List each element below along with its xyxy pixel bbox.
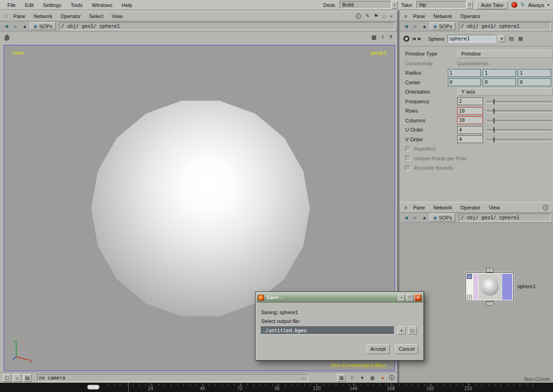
primitive-type-menu[interactable]: Primitive xyxy=(457,50,553,58)
forward-icon[interactable]: ▶ xyxy=(411,24,419,29)
timeline-frame-indicator[interactable] xyxy=(87,385,100,390)
chevron-down-icon[interactable]: ▽ xyxy=(466,1,473,9)
menu-pane[interactable]: Pane xyxy=(409,205,429,210)
exclaim-icon[interactable]: ! xyxy=(382,34,384,40)
timeline-playhead[interactable] xyxy=(128,383,129,392)
menu-operator[interactable]: Operator xyxy=(456,205,484,210)
node-render-flag[interactable] xyxy=(502,274,512,300)
accept-button[interactable]: Accept xyxy=(366,344,390,354)
u-order-slider[interactable] xyxy=(487,126,552,133)
menu-help[interactable]: Help xyxy=(117,2,137,8)
record-indicator-icon[interactable] xyxy=(511,2,517,8)
chevron-down-icon[interactable]: ▼ xyxy=(498,35,505,42)
operator-name-field[interactable]: sphere1 xyxy=(447,35,496,43)
back-icon[interactable]: ◀ xyxy=(2,24,10,29)
orientation-menu[interactable]: Y axis xyxy=(457,88,553,96)
node-template-flag[interactable] xyxy=(473,274,478,300)
back-icon[interactable]: ◀ xyxy=(402,215,410,220)
up-level-icon[interactable]: ▲ xyxy=(421,24,428,29)
menu-windows[interactable]: Windows xyxy=(87,2,117,8)
menu-pane[interactable]: Pane xyxy=(409,13,429,19)
menu-network[interactable]: Network xyxy=(429,13,456,19)
node-display-flag-icon[interactable]: ↓ xyxy=(467,274,472,279)
info-icon[interactable]: i xyxy=(389,375,395,380)
center-x-field[interactable]: 0 xyxy=(448,78,481,86)
path-field[interactable]: / obj/ geo1/ sphere1 xyxy=(459,214,551,221)
v-order-field[interactable]: 4 xyxy=(457,135,483,143)
pane-type-icon[interactable]: ○ xyxy=(3,13,9,19)
chevron-down-icon[interactable]: ▽ xyxy=(391,1,398,9)
node-input-connector[interactable]: ▽ xyxy=(486,268,493,272)
slider-thumb[interactable] xyxy=(493,108,495,114)
path-field[interactable]: / obj/ geo1/ sphere1 xyxy=(59,22,395,30)
save-dialog-titlebar[interactable]: Save... – □ × xyxy=(257,293,423,303)
pan-hand-icon[interactable] xyxy=(3,33,11,41)
path-field[interactable]: / obj/ geo1/ sphere1 xyxy=(459,22,551,30)
close-icon[interactable]: × xyxy=(415,294,421,301)
menu-settings[interactable]: Settings xyxy=(38,2,66,8)
node-output-connector[interactable]: ▽ xyxy=(486,301,493,306)
restore-icon[interactable]: □ xyxy=(406,294,413,301)
up-level-icon[interactable]: ▲ xyxy=(421,215,428,220)
menu-view[interactable]: View xyxy=(107,13,127,19)
funnel-icon[interactable]: ▼ xyxy=(358,375,366,380)
pane-menu-icon[interactable]: ≡ xyxy=(402,205,409,210)
snapshot-icon[interactable]: ▤ xyxy=(23,374,31,382)
context-selector[interactable]: ▣ SOPs xyxy=(430,22,455,30)
up-level-icon[interactable]: ▲ xyxy=(21,24,29,29)
forward-icon[interactable]: ▶ xyxy=(411,215,419,220)
menu-operator[interactable]: Operator xyxy=(57,13,85,19)
info-icon[interactable]: i xyxy=(543,205,548,210)
frequency-field[interactable]: 2 xyxy=(457,97,483,105)
radius-x-field[interactable]: 1 xyxy=(448,69,481,77)
slider-thumb[interactable] xyxy=(493,137,495,142)
center-y-field[interactable]: 0 xyxy=(483,78,516,86)
v-order-slider[interactable] xyxy=(487,136,552,143)
radius-y-field[interactable]: 1 xyxy=(483,69,516,77)
flipbook-icon[interactable]: ▨ xyxy=(337,374,346,382)
minimize-icon[interactable]: – xyxy=(398,294,405,301)
columns-field[interactable]: 10 xyxy=(457,116,483,124)
add-file-icon[interactable]: + xyxy=(397,326,406,335)
center-z-field[interactable]: 0 xyxy=(518,78,551,86)
menu-tools[interactable]: Tools xyxy=(66,2,87,8)
menu-pane[interactable]: Pane xyxy=(9,13,30,19)
pane-menu-icon[interactable]: ≡ xyxy=(402,13,409,19)
camera-select[interactable]: no camera – xyxy=(37,374,308,382)
home-view-icon[interactable]: ⌂ xyxy=(13,374,21,382)
skip-start-icon[interactable]: |◀ xyxy=(412,37,415,41)
sphere-node-tile[interactable]: ▽ ▽ ↓ ≡ xyxy=(465,272,514,301)
menu-select[interactable]: Select xyxy=(85,13,107,19)
auto-take-button[interactable]: Auto Take xyxy=(476,1,508,9)
menu-network[interactable]: Network xyxy=(429,205,456,210)
menu-view[interactable]: View xyxy=(484,205,504,210)
droplet-icon[interactable]: ● xyxy=(379,375,386,380)
forward-icon[interactable]: ▶ xyxy=(12,24,19,29)
info-icon[interactable]: i xyxy=(356,13,361,19)
menu-edit[interactable]: Edit xyxy=(20,2,38,8)
grid-icon[interactable]: ▦ xyxy=(369,375,376,380)
copy-parameters-icon[interactable]: ▤ xyxy=(508,36,515,42)
help-icon[interactable]: ? xyxy=(389,34,392,40)
slider-thumb[interactable] xyxy=(493,99,495,104)
context-selector[interactable]: ▣ SOPs xyxy=(30,22,56,30)
flag-icon[interactable]: ▽ xyxy=(348,375,356,380)
desk-select[interactable]: Build ▽ xyxy=(339,1,398,9)
slider-thumb[interactable] xyxy=(493,118,495,123)
slider-thumb[interactable] xyxy=(493,127,495,133)
timeline-bar[interactable]: 24 48 72 96 120 144 168 192 216 xyxy=(0,383,553,392)
menu-operator[interactable]: Operator xyxy=(456,13,484,19)
export-icon[interactable]: ▥ xyxy=(371,34,376,40)
edit-icon[interactable]: ✎ xyxy=(365,13,370,19)
skip-end-icon[interactable]: ▶| xyxy=(418,37,421,41)
rows-slider[interactable] xyxy=(487,107,552,114)
maximize-icon[interactable]: □ xyxy=(383,13,386,19)
pin-icon[interactable]: ⚑ xyxy=(374,13,378,19)
cancel-button[interactable]: Cancel xyxy=(395,344,418,354)
paste-parameters-icon[interactable]: ▦ xyxy=(517,36,524,42)
menu-network[interactable]: Network xyxy=(30,13,57,19)
frequency-slider[interactable] xyxy=(487,98,552,105)
menu-file[interactable]: File xyxy=(3,2,20,8)
always-label[interactable]: Always xyxy=(528,2,544,8)
node-lock-flag-icon[interactable]: ≡ xyxy=(467,295,472,300)
